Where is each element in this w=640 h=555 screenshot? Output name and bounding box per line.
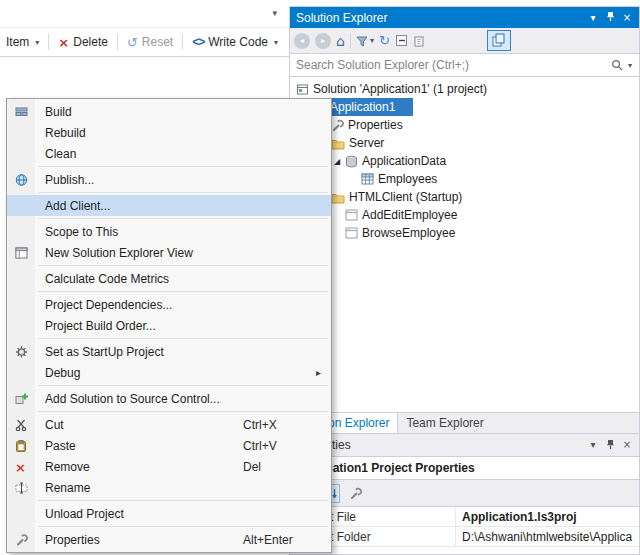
menu-item-debug[interactable]: Debug ▸ <box>7 362 331 383</box>
menu-item-project-build-order[interactable]: Project Build Order... <box>7 315 331 336</box>
menu-item-add-solution-to-source-control[interactable]: Add Solution to Source Control... <box>7 388 331 409</box>
menu-item-remove[interactable]: × Remove Del <box>7 456 331 477</box>
property-grid: Project File Application1.ls3proj Projec… <box>290 506 639 554</box>
search-dropdown-chevron-icon[interactable]: ▾ <box>628 61 632 70</box>
menu-item-set-as-startup-project[interactable]: Set as StartUp Project <box>7 341 331 362</box>
solution-explorer-titlebar[interactable]: Solution Explorer ▾ × <box>290 7 639 28</box>
tree-item-label: Server <box>349 136 384 150</box>
toolbar-separator <box>117 34 118 50</box>
tree-item-label: AddEditEmployee <box>362 208 457 222</box>
delete-label: Delete <box>73 35 108 49</box>
close-icon[interactable]: × <box>619 440 635 450</box>
table-icon <box>361 173 374 185</box>
menu-item-label: Scope to This <box>45 225 118 239</box>
overflow-chevron-icon[interactable]: ▾ <box>272 8 277 18</box>
back-button[interactable]: ◂ <box>294 33 310 49</box>
funnel-icon <box>356 35 368 47</box>
solution-explorer-panel: Solution Explorer ▾ × ◂ ▸ ⌂ ▾ ↻ <box>289 6 640 433</box>
add-item-label: Item <box>6 35 29 49</box>
menu-item-new-solution-explorer-view[interactable]: New Solution Explorer View <box>7 242 331 263</box>
menu-item-label: Properties <box>45 533 100 547</box>
menu-item-label: Cut <box>45 418 64 432</box>
designer-toolbar: Item ▾ × Delete ↺ Reset <> Write Code ▾ <box>0 28 289 57</box>
menu-item-unload-project[interactable]: Unload Project <box>7 503 331 524</box>
menu-item-rebuild[interactable]: Rebuild <box>7 122 331 143</box>
window-position-chevron-icon[interactable]: ▾ <box>585 13 601 23</box>
menu-item-rename[interactable]: Rename <box>7 477 331 498</box>
tree-item-addeditemployee[interactable]: AddEditEmployee <box>290 206 639 224</box>
menu-item-publish[interactable]: Publish... <box>7 169 331 190</box>
menu-item-label: Publish... <box>45 173 94 187</box>
menu-item-properties[interactable]: Properties Alt+Enter <box>7 529 331 550</box>
pin-icon[interactable] <box>602 11 618 24</box>
tree-item-htmlclient[interactable]: ◢ HTMLClient (Startup) <box>290 188 639 206</box>
search-controls: ▾ <box>604 54 639 76</box>
menu-item-calculate-code-metrics[interactable]: Calculate Code Metrics <box>7 268 331 289</box>
reset-arrow-icon: ↺ <box>127 36 138 49</box>
pin-icon[interactable] <box>602 439 618 452</box>
object-selector-combobox[interactable]: Application1 Project Properties <box>290 456 639 480</box>
menu-item-paste[interactable]: Paste Ctrl+V <box>7 435 331 456</box>
tree-item-label: Application1 <box>330 100 395 114</box>
menu-separator <box>38 291 328 292</box>
wrench-icon <box>15 533 28 546</box>
chevron-down-icon: ▾ <box>35 38 39 47</box>
designer-header-row: ▾ <box>0 0 289 28</box>
tree-item-solution[interactable]: Solution 'Application1' (1 project) <box>290 80 639 98</box>
scissors-icon <box>15 418 27 431</box>
tree-item-applicationdata[interactable]: ◢ ApplicationData <box>290 152 639 170</box>
project-context-menu: Build Rebuild Clean Publish... Add Clien… <box>6 98 332 553</box>
menu-item-label: Debug <box>45 366 80 380</box>
menu-item-build[interactable]: Build <box>7 101 331 122</box>
forward-button[interactable]: ▸ <box>315 33 331 49</box>
menu-item-cut[interactable]: Cut Ctrl+X <box>7 414 331 435</box>
tree-item-application1[interactable]: ◢ Application1 <box>290 98 639 116</box>
add-item-button[interactable]: Item ▾ <box>4 35 41 49</box>
search-input[interactable] <box>290 58 604 72</box>
menu-item-label: Build <box>45 105 72 119</box>
reset-button[interactable]: ↺ Reset <box>125 35 175 49</box>
tree-item-browseemployee[interactable]: BrowseEmployee <box>290 224 639 242</box>
preview-selected-items-toggle[interactable] <box>487 30 511 51</box>
preview-docs-icon <box>491 33 506 48</box>
chevron-down-icon: ▾ <box>370 36 374 45</box>
sync-button[interactable]: ↻ <box>379 34 390 47</box>
folder-icon <box>331 137 345 150</box>
home-button[interactable]: ⌂ <box>336 34 345 48</box>
property-pages-wrench-button[interactable] <box>345 484 365 503</box>
menu-item-clean[interactable]: Clean <box>7 143 331 164</box>
search-icon[interactable] <box>611 59 623 71</box>
property-row-project-file[interactable]: Project File Application1.ls3proj <box>290 507 639 527</box>
write-code-button[interactable]: <> Write Code ▾ <box>190 35 280 49</box>
database-icon <box>345 155 358 168</box>
menu-separator <box>38 166 328 167</box>
menu-item-scope-to-this[interactable]: Scope to This <box>7 221 331 242</box>
toolbar-separator <box>48 34 49 50</box>
menu-item-project-dependencies[interactable]: Project Dependencies... <box>7 294 331 315</box>
property-value: D:\Ashwani\htmlwebsite\Applica <box>456 527 639 546</box>
menu-separator <box>38 526 328 527</box>
properties-toolbar <box>290 480 639 506</box>
expander-icon[interactable]: ◢ <box>334 157 345 166</box>
properties-titlebar[interactable]: Properties ▾ × <box>290 434 639 456</box>
toolbar-separator <box>350 33 351 49</box>
tree-item-server[interactable]: ◢ Server <box>290 134 639 152</box>
menu-item-label: Project Build Order... <box>45 319 156 333</box>
properties-title: Properties <box>296 438 584 452</box>
tree-item-employees[interactable]: Employees <box>290 170 639 188</box>
tab-team-explorer[interactable]: Team Explorer <box>398 413 491 433</box>
close-icon[interactable]: × <box>619 13 635 23</box>
menu-item-add-client[interactable]: Add Client... <box>7 195 331 216</box>
filter-button[interactable]: ▾ <box>356 35 374 47</box>
menu-item-label: New Solution Explorer View <box>45 246 193 260</box>
menu-separator <box>38 218 328 219</box>
delete-button[interactable]: × Delete <box>56 35 110 49</box>
property-row-project-folder[interactable]: Project Folder D:\Ashwani\htmlwebsite\Ap… <box>290 527 639 547</box>
show-all-files-button[interactable] <box>413 34 426 47</box>
window-position-chevron-icon[interactable]: ▾ <box>585 440 601 450</box>
menu-item-label: Project Dependencies... <box>45 298 172 312</box>
tree-item-properties[interactable]: Properties <box>290 116 639 134</box>
solution-explorer-toolbar: ◂ ▸ ⌂ ▾ ↻ <box>290 28 639 54</box>
source-control-icon <box>15 392 28 405</box>
collapse-all-button[interactable] <box>395 34 408 47</box>
